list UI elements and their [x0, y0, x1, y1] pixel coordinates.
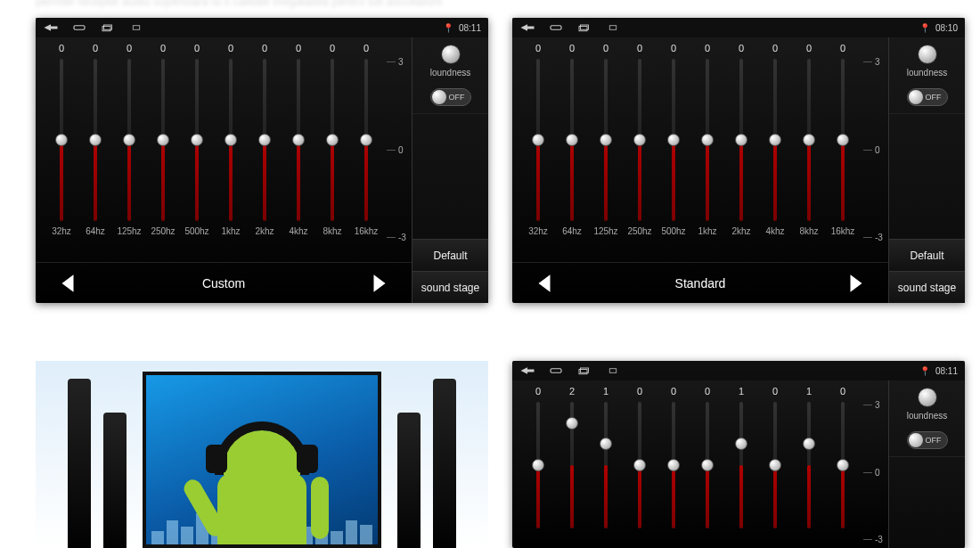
band-track[interactable]	[672, 59, 675, 221]
preset-prev-button[interactable]	[528, 270, 560, 297]
home-icon[interactable]	[548, 365, 564, 376]
back-icon[interactable]	[519, 22, 535, 33]
preset-next-button[interactable]	[363, 270, 396, 297]
eq-band[interactable]: 0125hz	[114, 43, 144, 239]
eq-band[interactable]: 0	[692, 386, 723, 546]
band-thumb[interactable]	[258, 134, 271, 146]
band-thumb[interactable]	[769, 134, 781, 146]
band-thumb[interactable]	[701, 134, 714, 146]
eq-band[interactable]: 04khz	[283, 43, 314, 239]
band-thumb[interactable]	[600, 134, 612, 146]
band-track[interactable]	[536, 402, 540, 528]
eq-band[interactable]: 0125hz	[591, 43, 621, 239]
band-track[interactable]	[570, 59, 574, 221]
band-track[interactable]	[807, 59, 811, 221]
band-thumb[interactable]	[735, 438, 747, 450]
recent-icon[interactable]	[100, 22, 116, 33]
band-track[interactable]	[739, 402, 743, 528]
band-thumb[interactable]	[600, 438, 612, 450]
band-thumb[interactable]	[225, 134, 237, 146]
band-track[interactable]	[604, 59, 608, 221]
band-thumb[interactable]	[769, 459, 781, 471]
band-track[interactable]	[638, 402, 641, 528]
band-thumb[interactable]	[532, 134, 544, 146]
eq-band[interactable]: 08khz	[317, 43, 347, 239]
eq-band[interactable]: 0	[523, 386, 553, 546]
band-track[interactable]	[807, 402, 811, 528]
screenshot-icon[interactable]	[128, 22, 144, 33]
eq-band[interactable]: 0250hz	[148, 43, 178, 239]
eq-band[interactable]: 0	[760, 386, 790, 546]
eq-band[interactable]: 1	[591, 386, 621, 546]
band-track[interactable]	[672, 402, 675, 528]
band-track[interactable]	[638, 59, 641, 221]
band-thumb[interactable]	[837, 459, 849, 471]
band-track[interactable]	[195, 59, 199, 221]
band-thumb[interactable]	[89, 134, 102, 146]
band-thumb[interactable]	[701, 459, 714, 471]
eq-band[interactable]: 01khz	[216, 43, 246, 239]
eq-band[interactable]: 2	[557, 386, 587, 546]
eq-band[interactable]: 016khz	[351, 43, 381, 239]
eq-band[interactable]: 064hz	[557, 43, 587, 239]
home-icon[interactable]	[71, 22, 87, 33]
band-track[interactable]	[297, 59, 300, 221]
band-thumb[interactable]	[633, 459, 646, 471]
band-track[interactable]	[229, 59, 233, 221]
band-track[interactable]	[364, 59, 368, 221]
band-track[interactable]	[331, 59, 334, 221]
band-track[interactable]	[94, 59, 97, 221]
default-button[interactable]: Default	[412, 239, 488, 271]
band-track[interactable]	[773, 59, 777, 221]
eq-band[interactable]: 04khz	[760, 43, 790, 239]
band-track[interactable]	[739, 59, 743, 221]
recent-icon[interactable]	[576, 22, 592, 33]
band-track[interactable]	[841, 402, 845, 528]
band-track[interactable]	[604, 402, 608, 528]
band-thumb[interactable]	[157, 134, 169, 146]
eq-band[interactable]: 08khz	[794, 43, 824, 239]
eq-band[interactable]: 0	[625, 386, 655, 546]
band-track[interactable]	[536, 59, 540, 221]
preset-next-button[interactable]	[840, 270, 872, 297]
screenshot-icon[interactable]	[605, 365, 621, 376]
band-thumb[interactable]	[292, 134, 305, 146]
screenshot-icon[interactable]	[605, 22, 621, 33]
eq-band[interactable]: 1	[726, 386, 756, 546]
eq-band[interactable]: 02khz	[249, 43, 280, 239]
eq-band[interactable]: 0500hz	[658, 43, 689, 239]
loudness-toggle[interactable]: OFF	[430, 88, 471, 106]
band-track[interactable]	[773, 402, 777, 528]
eq-band[interactable]: 064hz	[80, 43, 110, 239]
eq-band[interactable]: 032hz	[523, 43, 553, 239]
preset-prev-button[interactable]	[52, 270, 84, 297]
band-thumb[interactable]	[803, 438, 815, 450]
eq-band[interactable]: 01khz	[692, 43, 723, 239]
home-icon[interactable]	[548, 22, 564, 33]
sound-stage-button[interactable]: sound stage	[412, 271, 488, 303]
band-thumb[interactable]	[667, 134, 680, 146]
eq-band[interactable]: 032hz	[46, 43, 77, 239]
band-track[interactable]	[570, 402, 574, 528]
eq-band[interactable]: 1	[794, 386, 824, 546]
band-thumb[interactable]	[837, 134, 849, 146]
band-thumb[interactable]	[633, 134, 646, 146]
band-thumb[interactable]	[532, 459, 544, 471]
band-thumb[interactable]	[803, 134, 815, 146]
band-track[interactable]	[127, 59, 131, 221]
band-thumb[interactable]	[667, 459, 680, 471]
band-thumb[interactable]	[123, 134, 135, 146]
sound-stage-button[interactable]: sound stage	[889, 271, 965, 303]
eq-band[interactable]: 0	[828, 386, 858, 546]
back-icon[interactable]	[519, 365, 535, 376]
band-track[interactable]	[60, 59, 63, 221]
band-track[interactable]	[706, 402, 709, 528]
band-track[interactable]	[263, 59, 266, 221]
band-thumb[interactable]	[566, 417, 578, 429]
recent-icon[interactable]	[576, 365, 592, 376]
loudness-toggle[interactable]: OFF	[907, 431, 948, 449]
loudness-toggle[interactable]: OFF	[907, 88, 948, 106]
band-track[interactable]	[841, 59, 845, 221]
band-thumb[interactable]	[326, 134, 339, 146]
eq-band[interactable]: 0	[658, 386, 689, 546]
